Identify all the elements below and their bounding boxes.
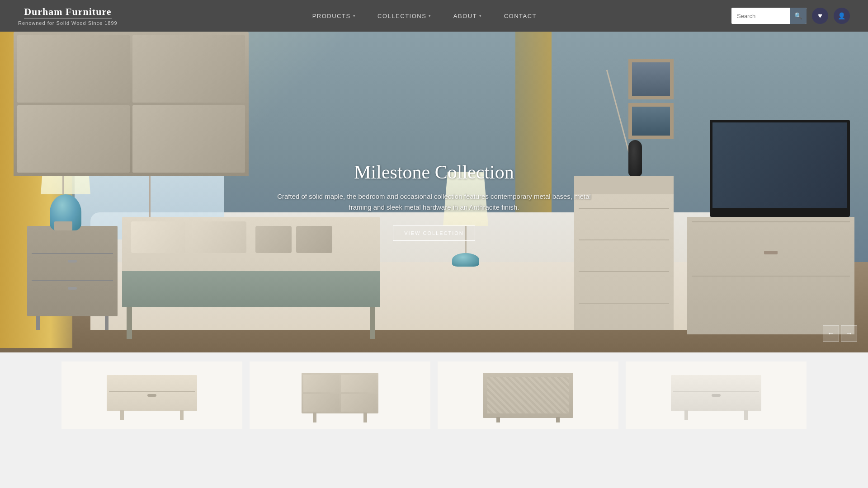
nightstand-body <box>302 373 378 413</box>
nav-item-products[interactable]: PRODUCTS ▾ <box>302 0 367 32</box>
white-dresser-body <box>671 375 761 411</box>
view-collection-button[interactable]: VIEW COLLECTION <box>393 225 475 241</box>
nav-item-collections[interactable]: COLLECTIONS ▾ <box>367 0 443 32</box>
hero-section: Milestone Collection Crafted of solid ma… <box>0 32 868 352</box>
product-thumb-2 <box>250 361 430 429</box>
search-input[interactable] <box>731 8 790 24</box>
site-logo[interactable]: Durham Furniture Renowned for Solid Wood… <box>18 6 118 26</box>
chest-body <box>483 373 573 418</box>
chevron-down-icon: ▾ <box>429 14 432 18</box>
chevron-down-icon: ▾ <box>353 14 356 18</box>
carousel-prev-button[interactable]: ← <box>823 325 839 342</box>
nav-item-about[interactable]: ABOUT ▾ <box>443 0 493 32</box>
product-card-3[interactable] <box>438 361 618 429</box>
product-thumb-4 <box>626 361 807 429</box>
product-card-1[interactable] <box>61 361 242 429</box>
products-row <box>0 352 868 438</box>
search-box: 🔍 <box>731 8 807 24</box>
chevron-down-icon: ▾ <box>479 14 482 18</box>
hero-overlay: Milestone Collection Crafted of solid ma… <box>0 32 868 352</box>
header-right-controls: 🔍 ♥ 👤 <box>731 8 850 24</box>
product-card-4[interactable] <box>626 361 807 429</box>
hero-description: Crafted of solid maple, the bedroom and … <box>276 191 592 213</box>
search-button[interactable]: 🔍 <box>790 8 807 24</box>
heart-icon: ♥ <box>818 12 822 20</box>
user-icon: 👤 <box>838 12 845 19</box>
nav-item-contact[interactable]: CONTACT <box>493 0 547 32</box>
search-icon: 🔍 <box>794 12 802 19</box>
logo-tagline: Renowned for Solid Wood Since 1899 <box>18 20 118 26</box>
logo-name: Durham Furniture <box>24 6 111 19</box>
favorites-button[interactable]: ♥ <box>812 8 828 24</box>
product-thumb-1 <box>61 361 242 429</box>
dresser-body <box>107 375 197 411</box>
carousel-next-button[interactable]: → <box>841 325 857 342</box>
carousel-controls: ← → <box>823 325 857 342</box>
product-thumb-3 <box>438 361 618 429</box>
hero-title: Milestone Collection <box>354 161 514 183</box>
site-header: Durham Furniture Renowned for Solid Wood… <box>0 0 868 32</box>
main-nav: PRODUCTS ▾ COLLECTIONS ▾ ABOUT ▾ CONTACT <box>302 0 547 32</box>
account-button[interactable]: 👤 <box>834 8 850 24</box>
product-card-2[interactable] <box>250 361 430 429</box>
